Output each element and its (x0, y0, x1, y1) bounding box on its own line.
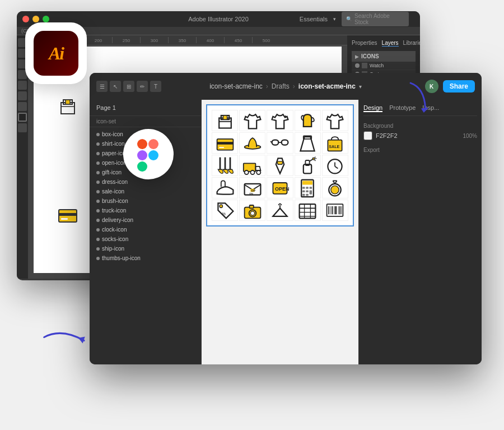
design-tab[interactable]: Design (363, 104, 382, 112)
figma-icon-sunglasses[interactable] (267, 132, 293, 154)
svg-rect-96 (137, 139, 147, 149)
svg-rect-7 (59, 213, 77, 216)
svg-rect-64 (302, 191, 305, 193)
ai-layer-item[interactable]: Watch (352, 62, 416, 70)
figma-layer-item[interactable]: clock-icon (90, 225, 201, 234)
frame-tool[interactable]: ⊞ (123, 81, 134, 92)
figma-icon-box[interactable] (212, 110, 238, 131)
breadcrumb-file[interactable]: icon-set-acme-inc (209, 82, 263, 90)
figma-icon-shoe[interactable] (212, 177, 238, 198)
breadcrumb-filename[interactable]: icon-set-acme-inc (298, 82, 356, 90)
layer-dot (96, 142, 100, 146)
figma-icon-barcode[interactable] (322, 200, 348, 221)
layer-dot (96, 238, 100, 241)
text-tool-figma[interactable]: T (150, 81, 161, 92)
figma-icon-tshirt[interactable] (322, 110, 348, 131)
figma-icon-hanger[interactable] (267, 200, 293, 221)
close-button[interactable] (22, 16, 29, 22)
layer-dot (96, 247, 100, 251)
bg-color-swatch[interactable] (363, 131, 372, 140)
svg-rect-60 (302, 181, 312, 184)
figma-icon-medal[interactable] (322, 177, 348, 198)
layer-name: box-icon (102, 131, 123, 137)
layer-name: gift-icon (102, 169, 122, 175)
layer-name: delivery-icon (102, 217, 133, 223)
essentials-label[interactable]: Essentials (300, 16, 328, 22)
maximize-button[interactable] (43, 16, 49, 22)
svg-rect-8 (61, 218, 68, 220)
breadcrumb-location[interactable]: Drafts (272, 82, 290, 90)
ai-search-box[interactable]: 🔍 Search Adobe Stock (342, 12, 409, 26)
figma-icon-spray[interactable] (295, 155, 321, 176)
figma-right-properties: Design Prototype Insp... Background F2F2… (358, 100, 482, 364)
layers-header-text: ICONS (361, 53, 379, 59)
svg-point-42 (256, 170, 260, 174)
move-tool[interactable]: ↖ (110, 81, 121, 92)
share-button[interactable]: Share (443, 80, 475, 93)
figma-layer-item[interactable]: brush-icon (90, 196, 201, 206)
figma-icon-brush[interactable] (212, 155, 238, 176)
svg-rect-79 (249, 205, 253, 208)
figma-icon-envelope[interactable]: OP EN (239, 177, 265, 198)
fill-color[interactable] (18, 113, 27, 122)
brush-tool[interactable] (18, 81, 27, 90)
eye-dropper-tool[interactable] (18, 102, 27, 111)
layer-dot (96, 152, 100, 155)
figma-icon-camera[interactable] (239, 200, 265, 221)
layers-tab[interactable]: Layers (382, 40, 399, 47)
layer-name: sale-icon (102, 188, 124, 195)
ruler-mark: 300 (140, 37, 168, 43)
hamburger-menu[interactable]: ☰ (96, 81, 108, 92)
figma-icon-shirt[interactable] (239, 110, 265, 131)
ruler-mark: 250 (112, 37, 140, 43)
copy-tool[interactable] (18, 123, 27, 132)
layer-name: open-icon (102, 160, 127, 166)
libraries-tab[interactable]: Libraries (403, 40, 420, 47)
figma-logo-badge (123, 129, 174, 179)
figma-layer-item[interactable]: thumbs-up-icon (90, 253, 201, 263)
svg-point-46 (312, 158, 315, 160)
figma-layer-item[interactable]: truck-icon (90, 206, 201, 215)
layer-dot (96, 133, 100, 136)
pen-tool-figma[interactable]: ✏ (137, 81, 148, 92)
left-arrow-svg (40, 317, 94, 364)
figma-icon-card[interactable] (212, 132, 238, 154)
layer-dot (96, 257, 100, 260)
figma-layer-item[interactable]: ship-icon (90, 244, 201, 253)
ruler-mark: 200 (84, 37, 112, 43)
svg-rect-27 (219, 147, 224, 148)
figma-icon-tag-percent[interactable]: % (212, 200, 238, 221)
figma-icon-hat[interactable] (239, 132, 265, 154)
zoom-tool[interactable] (18, 91, 27, 100)
figma-icon-glove[interactable] (295, 110, 321, 131)
figma-icon-calculator[interactable] (295, 177, 321, 198)
figma-layer-item[interactable]: delivery-icon (90, 215, 201, 225)
svg-text:EN: EN (249, 193, 253, 196)
svg-rect-61 (302, 187, 305, 189)
ai-logo-badge: Ai (25, 22, 87, 84)
layer-dot (96, 181, 100, 184)
figma-icon-truck[interactable] (239, 155, 265, 176)
figma-icon-star-shirt[interactable]: ✦ (267, 110, 293, 131)
ai-logo-text: Ai (49, 43, 63, 64)
figma-layer-item[interactable]: sale-icon (90, 187, 201, 196)
svg-rect-68 (306, 194, 309, 196)
figma-icon-sale-bag[interactable]: SALE (322, 132, 348, 154)
figma-main-canvas[interactable]: ✦ (202, 100, 358, 364)
figma-icon-skirt[interactable] (295, 132, 321, 154)
svg-line-45 (310, 159, 312, 161)
figma-icon-open-sign[interactable]: OPEN (267, 177, 293, 198)
svg-line-49 (315, 160, 316, 161)
figma-layer-item[interactable]: socks-icon (90, 234, 201, 244)
ruler-mark: 450 (224, 37, 252, 43)
minimize-button[interactable] (32, 16, 39, 22)
svg-rect-98 (137, 150, 147, 160)
bg-label: Background (363, 123, 477, 129)
properties-tab[interactable]: Properties (352, 40, 377, 47)
page-label[interactable]: Page 1 (96, 104, 116, 111)
figma-icon-tie[interactable] (267, 155, 293, 176)
figma-icon-clock[interactable] (322, 155, 348, 176)
eye-icon (355, 63, 360, 68)
figma-icon-calendar-grid[interactable] (295, 200, 321, 221)
figma-frame-container: ✦ (206, 104, 354, 226)
